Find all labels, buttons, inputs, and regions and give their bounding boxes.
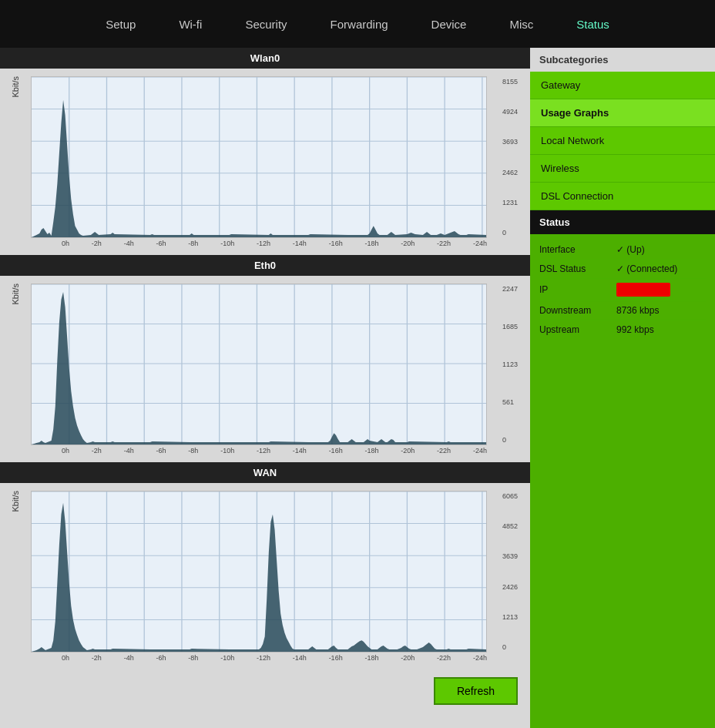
refresh-button[interactable]: Refresh <box>434 677 518 705</box>
eth0-graph-wrapper: Kbit/s <box>0 276 530 462</box>
nav-status[interactable]: Status <box>555 0 631 48</box>
wan-x-axis: 0h -2h -4h -6h -8h -10h -12h -14h -16h -… <box>62 653 487 662</box>
status-downstream-row: Downstream 8736 kbps <box>539 301 706 320</box>
wlan0-graph-wrapper: Kbit/s <box>0 69 530 255</box>
status-ip-key: IP <box>539 284 616 295</box>
status-dsl-val: ✓ (Connected) <box>616 263 706 274</box>
eth0-y-561: 561 <box>502 398 525 406</box>
status-upstream-val: 992 kbps <box>616 324 706 335</box>
status-panel-title: Status <box>530 210 715 234</box>
status-dsl-row: DSL Status ✓ (Connected) <box>539 260 706 279</box>
wan-graph-wrapper: Kbit/s <box>0 483 530 669</box>
eth0-y-2247: 2247 <box>502 285 525 293</box>
sidebar-gateway[interactable]: Gateway <box>530 72 715 99</box>
sidebar-usage-graphs[interactable]: Usage Graphs <box>530 99 715 127</box>
eth0-y-1685: 1685 <box>502 323 525 330</box>
refresh-area: Refresh <box>0 669 530 717</box>
wlan0-y-1231: 1231 <box>502 199 525 206</box>
nav-security[interactable]: Security <box>223 0 308 48</box>
wan-y-3639: 3639 <box>502 552 525 560</box>
status-interface-key: Interface <box>539 244 616 255</box>
eth0-y-0: 0 <box>502 436 525 444</box>
wan-chart <box>31 491 487 653</box>
eth0-header: Eth0 <box>0 255 530 276</box>
wlan0-y-4924: 4924 <box>502 108 525 116</box>
wan-y-1213: 1213 <box>502 613 525 621</box>
eth0-x-axis: 0h -2h -4h -6h -8h -10h -12h -14h -16h -… <box>62 445 487 455</box>
wan-y-0: 0 <box>502 643 525 651</box>
wlan0-y-2462: 2462 <box>502 169 525 176</box>
wan-y-4852: 4852 <box>502 522 525 530</box>
svg-marker-55 <box>32 503 486 652</box>
nav-setup[interactable]: Setup <box>84 0 157 48</box>
nav-forwarding[interactable]: Forwarding <box>309 0 410 48</box>
top-navigation: Setup Wi-fi Security Forwarding Device M… <box>0 0 715 48</box>
eth0-chart <box>31 283 487 445</box>
status-interface-row: Interface ✓ (Up) <box>539 240 706 260</box>
wlan0-y-0: 0 <box>502 229 525 237</box>
wlan0-chart <box>31 76 487 238</box>
status-downstream-val: 8736 kbps <box>616 305 706 316</box>
status-upstream-key: Upstream <box>539 324 616 335</box>
status-upstream-row: Upstream 992 kbps <box>539 320 706 339</box>
svg-marker-36 <box>32 292 486 445</box>
subcategories-title: Subcategories <box>530 48 715 72</box>
status-ip-block <box>616 283 670 297</box>
status-dsl-key: DSL Status <box>539 263 616 274</box>
wlan0-section: Wlan0 Kbit/s <box>0 48 530 255</box>
wlan0-y-8155: 8155 <box>502 78 525 86</box>
nav-misc[interactable]: Misc <box>488 0 555 48</box>
wan-header: WAN <box>0 462 530 483</box>
nav-device[interactable]: Device <box>410 0 488 48</box>
wan-y-2426: 2426 <box>502 583 525 591</box>
eth0-y-label: Kbit/s <box>0 283 31 305</box>
eth0-y-1123: 1123 <box>502 361 525 368</box>
status-downstream-key: Downstream <box>539 305 616 316</box>
wlan0-y-label: Kbit/s <box>0 76 31 98</box>
sidebar-local-network[interactable]: Local Network <box>530 127 715 155</box>
wan-section: WAN Kbit/s <box>0 462 530 669</box>
wlan0-x-axis: 0h -2h -4h -6h -8h -10h -12h -14h -16h -… <box>62 238 487 247</box>
wlan0-y-3693: 3693 <box>502 138 525 146</box>
status-interface-val: ✓ (Up) <box>616 244 706 255</box>
sidebar-dsl-connection[interactable]: DSL Connection <box>530 183 715 210</box>
wan-y-label: Kbit/s <box>0 491 31 512</box>
nav-wifi[interactable]: Wi-fi <box>157 0 223 48</box>
sidebar-wireless[interactable]: Wireless <box>530 155 715 183</box>
right-sidebar: Subcategories Gateway Usage Graphs Local… <box>530 48 715 728</box>
status-ip-row: IP <box>539 279 706 301</box>
status-table: Interface ✓ (Up) DSL Status ✓ (Connected… <box>530 234 715 345</box>
main-layout: Wlan0 Kbit/s <box>0 48 715 728</box>
eth0-section: Eth0 Kbit/s <box>0 255 530 462</box>
wlan0-header: Wlan0 <box>0 48 530 69</box>
content-area: Wlan0 Kbit/s <box>0 48 530 728</box>
svg-marker-18 <box>32 100 486 237</box>
wan-y-6065: 6065 <box>502 492 525 500</box>
